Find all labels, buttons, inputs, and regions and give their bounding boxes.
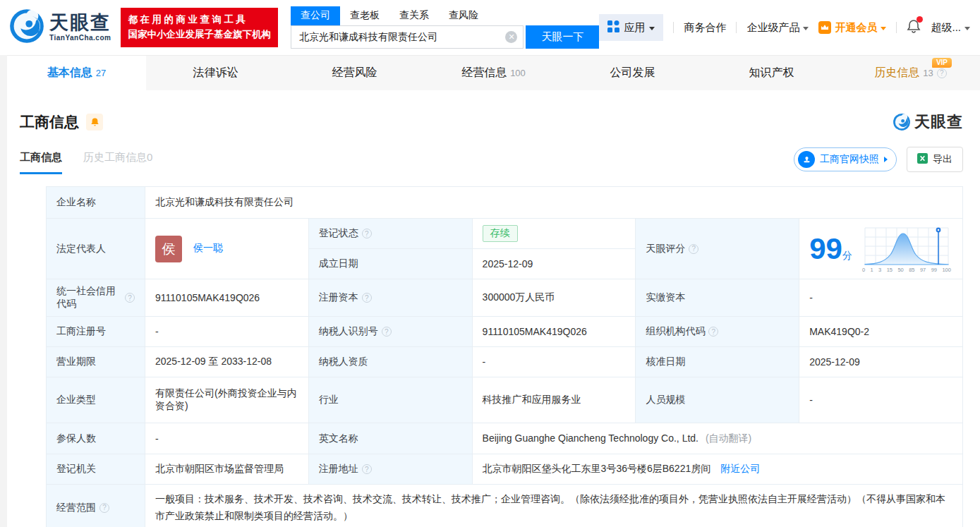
tab-company-development[interactable]: 公司发展 <box>563 56 702 90</box>
auto-translate-note: (自动翻译) <box>706 432 751 444</box>
nav-user-menu[interactable]: 超级... <box>931 21 970 35</box>
english-name-value: Beijing Guanghe Qiancheng Technology Co.… <box>483 432 698 444</box>
search-area: 查公司 查老板 查关系 查风险 ✕ 天眼一下 <box>291 6 600 49</box>
tab-label: 法律诉讼 <box>193 66 238 80</box>
help-icon[interactable] <box>362 229 372 238</box>
industry-value: 科技推广和应用服务业 <box>472 377 636 423</box>
search-button[interactable]: 天眼一下 <box>526 25 599 49</box>
subtab-history-registration[interactable]: 历史工商信息0 <box>83 151 152 174</box>
apps-grid-icon <box>607 20 619 35</box>
taxpayer-id-value: 91110105MAK419Q026 <box>472 317 636 347</box>
nav-open-vip[interactable]: 开通会员 <box>818 21 886 35</box>
watermark-logo: 天眼查 <box>893 111 963 133</box>
table-row: 工商注册号 - 纳税人识别号 91110105MAK419Q026 组织机构代码… <box>47 317 963 347</box>
clear-icon[interactable]: ✕ <box>505 31 517 43</box>
page-edge <box>0 55 7 527</box>
avatar[interactable]: 侯 <box>155 236 182 262</box>
score-value: 99 <box>809 232 842 265</box>
field-label: 天眼评分 <box>636 219 799 279</box>
field-label: 注册地址 <box>308 454 472 485</box>
help-icon[interactable] <box>125 293 135 303</box>
help-icon[interactable] <box>689 244 698 254</box>
score-cell[interactable]: 99分 <box>799 219 963 279</box>
field-label: 工商注册号 <box>47 317 145 347</box>
field-label: 营业期限 <box>47 347 145 377</box>
search-tab-boss[interactable]: 查老板 <box>340 6 389 25</box>
chevron-down-icon <box>803 27 809 30</box>
table-row: 企业类型 有限责任公司(外商投资企业与内资合资) 行业 科技推广和应用服务业 人… <box>47 377 963 423</box>
help-icon[interactable] <box>362 293 372 303</box>
help-icon[interactable] <box>362 464 372 474</box>
brand-domain: TianYanCha.com <box>49 35 111 42</box>
field-label: 核准日期 <box>636 347 799 377</box>
divider <box>896 22 897 33</box>
divider <box>673 22 674 33</box>
official-snapshot-button[interactable]: 工商官网快照 <box>794 147 897 171</box>
crown-icon <box>818 21 831 34</box>
nav-enterprise[interactable]: 企业级产品 <box>746 21 809 35</box>
tab-label: 基本信息 <box>47 66 92 80</box>
subtab-business-registration[interactable]: 工商信息 <box>20 151 62 174</box>
legal-rep-link[interactable]: 侯一聪 <box>193 242 223 253</box>
field-label: 纳税人识别号 <box>308 317 472 347</box>
tab-history-info[interactable]: VIP 历史信息 13 <box>841 56 980 90</box>
business-scope-value: 一般项目：技术服务、技术开发、技术咨询、技术交流、技术转让、技术推广；企业管理咨… <box>145 485 963 527</box>
apps-label: 应用 <box>624 21 645 35</box>
business-term-value: 2025-12-09 至 2033-12-08 <box>145 347 309 377</box>
english-name-cell: Beijing Guanghe Qiancheng Technology Co.… <box>472 423 962 454</box>
authority-value: 北京市朝阳区市场监督管理局 <box>145 454 309 485</box>
tab-basic-info[interactable]: 基本信息 27 <box>7 56 146 90</box>
status-badge: 存续 <box>483 225 518 242</box>
apps-menu[interactable]: 应用 <box>599 14 663 41</box>
search-tab-company[interactable]: 查公司 <box>291 6 340 25</box>
tab-operation-risk[interactable]: 经营风险 <box>285 56 424 90</box>
tab-intellectual-property[interactable]: 知识产权 <box>702 56 841 90</box>
field-label: 成立日期 <box>308 249 472 279</box>
staff-size-value: - <box>799 377 963 423</box>
reg-capital-value: 300000万人民币 <box>472 279 636 317</box>
tab-label: 知识产权 <box>749 66 794 80</box>
chevron-down-icon <box>649 27 655 30</box>
field-label: 纳税人资质 <box>308 347 472 377</box>
brand-slogan: 都在用的商业查询工具 国家中小企业发展子基金旗下机构 <box>121 8 278 47</box>
field-label: 登记状态 <box>308 219 472 249</box>
export-button[interactable]: 导出 <box>907 147 963 172</box>
table-row: 法定代表人 侯 侯一聪 登记状态 存续 天眼评分 99分 <box>47 219 963 249</box>
help-icon[interactable] <box>708 327 718 337</box>
nav-cooperation[interactable]: 商务合作 <box>684 21 726 35</box>
tianyancha-logo[interactable]: 天眼查 TianYanCha.com <box>8 8 111 47</box>
excel-icon <box>917 153 928 166</box>
table-row: 参保人数 - 英文名称 Beijing Guanghe Qiancheng Te… <box>47 423 963 454</box>
watermark-text: 天眼查 <box>914 111 963 133</box>
tab-legal-proceedings[interactable]: 法律诉讼 <box>146 56 285 90</box>
notification-bell-icon[interactable] <box>907 19 921 36</box>
search-tab-risk[interactable]: 查风险 <box>439 6 488 25</box>
paid-capital-value: - <box>799 279 963 317</box>
table-row: 经营范围 一般项目：技术服务、技术开发、技术咨询、技术交流、技术转让、技术推广；… <box>47 485 963 527</box>
vip-badge: VIP <box>932 58 952 68</box>
establish-date-value: 2025-12-09 <box>472 249 636 279</box>
brand-name: 天眼查 <box>49 13 111 32</box>
search-tab-relation[interactable]: 查关系 <box>389 6 439 25</box>
field-label: 法定代表人 <box>47 219 145 279</box>
search-input[interactable] <box>299 32 506 43</box>
table-row: 登记机关 北京市朝阳区市场监督管理局 注册地址 北京市朝阳区垡头化工东里3号36… <box>47 454 963 485</box>
tab-business-info[interactable]: 经营信息 100 <box>424 56 563 90</box>
field-label: 统一社会信用代码 <box>47 279 145 317</box>
subscribe-bell-icon[interactable] <box>86 114 103 131</box>
notification-dot <box>917 16 923 23</box>
help-icon[interactable] <box>382 327 392 337</box>
score-unit: 分 <box>842 250 852 261</box>
nearby-companies-link[interactable]: 附近公司 <box>720 463 760 474</box>
help-icon[interactable] <box>99 503 109 513</box>
table-row: 统一社会信用代码 91110105MAK419Q026 注册资本 300000万… <box>47 279 963 317</box>
chevron-down-icon <box>881 27 886 30</box>
main-content: 工商信息 天眼查 工商信息 历史工商信息0 <box>0 90 980 527</box>
top-nav: 应用 商务合作 企业级产品 开通会员 超级... <box>599 14 980 41</box>
help-icon[interactable] <box>937 68 947 78</box>
insured-value: - <box>145 423 309 454</box>
stamp-icon <box>798 151 815 168</box>
address-cell: 北京市朝阳区垡头化工东里3号36号楼6层B6221房间 附近公司 <box>472 454 962 485</box>
tab-label: 经营风险 <box>332 66 377 80</box>
chevron-down-icon <box>964 27 970 30</box>
